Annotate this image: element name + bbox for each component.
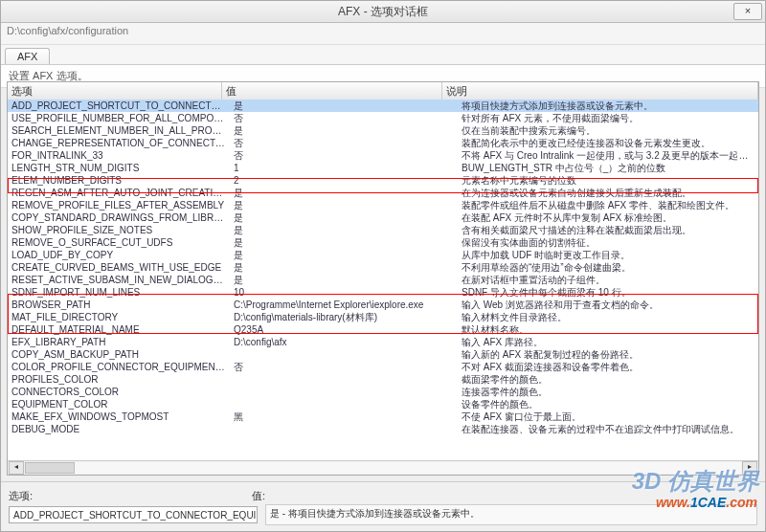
cell-option: SEARCH_ELEMENT_NUMBER_IN_ALL_PROJECT_ASS… <box>8 124 230 137</box>
cell-desc: 输入 Web 浏览器路径和用于查看文档的命令。 <box>458 299 758 311</box>
cell-option: SDNF_IMPORT_NUM_LINES <box>8 286 230 299</box>
cell-value: 是 <box>230 124 458 137</box>
cell-option: EFX_LIBRARY_PATH <box>8 336 230 348</box>
header-desc[interactable]: 说明 <box>442 82 758 100</box>
cell-option: CHANGE_REPRESENTATION_OF_CONNECTOR_EQUIP… <box>8 137 230 149</box>
cell-value <box>230 398 458 410</box>
cell-desc: 输入 AFX 库路径。 <box>458 336 758 348</box>
cell-desc: 从库中加载 UDF 时临时更改工作目录。 <box>458 249 758 261</box>
cell-desc: 含有相关截面梁尺寸描述的注释在装配截面梁后出现。 <box>458 224 758 236</box>
cell-option: BROWSER_PATH <box>8 299 230 311</box>
cell-desc: 截面梁零件的颜色。 <box>458 373 758 386</box>
cell-desc: 将项目快捷方式添加到连接器或设备元素中。 <box>458 100 758 112</box>
cell-desc: 默认材料名称。 <box>458 323 758 336</box>
grid-header: 选项 值 说明 <box>8 82 758 100</box>
cell-desc: 在装配连接器、设备元素的过程中不在追踪文件中打印调试信息。 <box>458 423 758 435</box>
scroll-left-button[interactable]: ◂ <box>9 461 24 475</box>
table-row[interactable]: EQUIPMENT_COLOR 设备零件的颜色。 <box>8 398 758 410</box>
cell-value <box>230 386 458 398</box>
table-row[interactable]: MAT_FILE_DIRECTORY D:\config\materials-l… <box>8 311 758 323</box>
cell-desc: SDNF 导入文件中每个截面梁有 10 行。 <box>458 286 758 299</box>
cell-value: 10 <box>230 286 458 299</box>
cell-value <box>230 373 458 386</box>
cell-option: SHOW_PROFILE_SIZE_NOTES <box>8 224 230 236</box>
cell-option: MAT_FILE_DIRECTORY <box>8 311 230 323</box>
table-row[interactable]: MAKE_EFX_WINDOWS_TOPMOST 黑 不使 AFX 窗口位于最上… <box>8 410 758 423</box>
cell-desc: 在新对话框中重置活动的子组件。 <box>458 274 758 286</box>
cell-value <box>230 348 458 361</box>
grid-body[interactable]: ADD_PROJECT_SHORTCUT_TO_CONNECTOR_EQUIPM… <box>8 100 758 461</box>
tab-strip: AFX <box>1 45 765 65</box>
cell-option: REMOVE_PROFILE_FILES_AFTER_ASSEMBLY <box>8 199 230 211</box>
cell-value: 黑 <box>230 410 458 423</box>
header-value[interactable]: 值 <box>222 82 442 100</box>
cell-value: 否 <box>230 137 458 149</box>
table-row[interactable]: DEBUG_MODE 在装配连接器、设备元素的过程中不在追踪文件中打印调试信息。 <box>8 423 758 435</box>
table-row[interactable]: LENGTH_STR_NUM_DIGITS 1 BUW_LENGTH_STR 中… <box>8 162 758 174</box>
table-row[interactable]: COLOR_PROFILE_CONNECTOR_EQUIPMENT_PARTS … <box>8 361 758 373</box>
cell-option: EQUIPMENT_COLOR <box>8 398 230 410</box>
cell-value: 是 <box>230 236 458 249</box>
cell-option: USE_PROFILE_NUMBER_FOR_ALL_COMPONENT_NAM… <box>8 112 230 124</box>
cell-option: DEBUG_MODE <box>8 423 230 435</box>
cell-value: 是 <box>230 199 458 211</box>
cell-desc: BUW_LENGTH_STR 中占位号（_）之前的位数 <box>458 162 758 174</box>
options-grid: 选项 值 说明 ADD_PROJECT_SHORTCUT_TO_CONNECTO… <box>7 81 759 476</box>
cell-option: MAKE_EFX_WINDOWS_TOPMOST <box>8 410 230 423</box>
table-row[interactable]: SEARCH_ELEMENT_NUMBER_IN_ALL_PROJECT_ASS… <box>8 124 758 137</box>
table-row[interactable]: LOAD_UDF_BY_COPY 是 从库中加载 UDF 时临时更改工作目录。 <box>8 249 758 261</box>
table-row[interactable]: COPY_STANDARD_DRAWINGS_FROM_LIBRARY 是 在装… <box>8 211 758 224</box>
cell-desc: 仅在当前装配中搜索元素编号。 <box>458 124 758 137</box>
table-row[interactable]: FOR_INTRALINK_33 否 不将 AFX 与 Creo Intrali… <box>8 149 758 162</box>
footer-option-input[interactable]: ADD_PROJECT_SHORTCUT_TO_CONNECTOR_EQUIPM… <box>9 506 258 523</box>
scroll-thumb[interactable] <box>25 462 75 474</box>
cell-option: COPY_ASM_BACKUP_PATH <box>8 348 230 361</box>
path-bar: D:\config\afx/configuration <box>1 23 765 45</box>
cell-value: 否 <box>230 149 458 162</box>
table-row[interactable]: USE_PROFILE_NUMBER_FOR_ALL_COMPONENT_NAM… <box>8 112 758 124</box>
cell-value: 是 <box>230 187 458 199</box>
table-row[interactable]: EFX_LIBRARY_PATH D:\config\afx 输入 AFX 库路… <box>8 336 758 348</box>
table-row[interactable]: REMOVE_O_SURFACE_CUT_UDFS 是 保留没有实体曲面的切割特… <box>8 236 758 249</box>
cell-value: 是 <box>230 249 458 261</box>
table-row[interactable]: PROFILES_COLOR 截面梁零件的颜色。 <box>8 373 758 386</box>
cell-desc: 在装配 AFX 元件时不从库中复制 AFX 标准绘图。 <box>458 211 758 224</box>
table-row[interactable]: ELEM_NUMBER_DIGITS 2 元素名称中元素编号的位数 <box>8 174 758 187</box>
cell-desc: 保留没有实体曲面的切割特征。 <box>458 236 758 249</box>
table-row[interactable]: BROWSER_PATH C:\Programme\Internet Explo… <box>8 299 758 311</box>
tab-afx[interactable]: AFX <box>5 48 50 64</box>
cell-option: RESET_ACTIVE_SUBASM_IN_NEW_DIALOG_BOX <box>8 274 230 286</box>
cell-value: 是 <box>230 100 458 112</box>
cell-desc: 装配零件或组件后不从磁盘中删除 AFX 零件、装配和绘图文件。 <box>458 199 758 211</box>
footer-label-value: 值: <box>252 489 298 503</box>
cell-desc: 元素名称中元素编号的位数 <box>458 174 758 187</box>
table-row[interactable]: DEFAULT_MATERIAL_NAME Q235A 默认材料名称。 <box>8 323 758 336</box>
cell-option: CONNECTORS_COLOR <box>8 386 230 398</box>
cell-desc: 输入材料文件目录路径。 <box>458 311 758 323</box>
cell-value: C:\Programme\Internet Explorer\iexplore.… <box>230 299 458 311</box>
cell-desc: 不将 AFX 与 Creo Intralink 一起使用，或与 3.2 及更早的… <box>458 149 758 162</box>
cell-desc: 装配简化表示中的更改已经使连接器和设备元素发生更改。 <box>458 137 758 149</box>
footer-label-option: 选项: <box>9 489 55 503</box>
table-row[interactable]: ADD_PROJECT_SHORTCUT_TO_CONNECTOR_EQUIPM… <box>8 100 758 112</box>
cell-option: LENGTH_STR_NUM_DIGITS <box>8 162 230 174</box>
cell-desc: 连接器零件的颜色。 <box>458 386 758 398</box>
table-row[interactable]: SDNF_IMPORT_NUM_LINES 10 SDNF 导入文件中每个截面梁… <box>8 286 758 299</box>
table-row[interactable]: REGEN_ASM_AFTER_AUTO_JOINT_CREATION 是 在为… <box>8 187 758 199</box>
cell-option: PROFILES_COLOR <box>8 373 230 386</box>
table-row[interactable]: REMOVE_PROFILE_FILES_AFTER_ASSEMBLY 是 装配… <box>8 199 758 211</box>
cell-value: 是 <box>230 224 458 236</box>
table-row[interactable]: CHANGE_REPRESENTATION_OF_CONNECTOR_EQUIP… <box>8 137 758 149</box>
cell-value: 是 <box>230 211 458 224</box>
close-button[interactable]: × <box>733 3 762 20</box>
table-row[interactable]: CONNECTORS_COLOR 连接器零件的颜色。 <box>8 386 758 398</box>
table-row[interactable]: COPY_ASM_BACKUP_PATH 输入新的 AFX 装配复制过程的备份路… <box>8 348 758 361</box>
table-row[interactable]: SHOW_PROFILE_SIZE_NOTES 是 含有相关截面梁尺寸描述的注释… <box>8 224 758 236</box>
table-row[interactable]: RESET_ACTIVE_SUBASM_IN_NEW_DIALOG_BOX 是 … <box>8 274 758 286</box>
window-title: AFX - 选项对话框 <box>1 4 765 20</box>
cell-option: REMOVE_O_SURFACE_CUT_UDFS <box>8 236 230 249</box>
header-option[interactable]: 选项 <box>8 82 222 100</box>
table-row[interactable]: CREATE_CURVED_BEAMS_WITH_USE_EDGE 是 不利用草… <box>8 261 758 274</box>
cell-option: FOR_INTRALINK_33 <box>8 149 230 162</box>
watermark-top: 3D 仿真世界 <box>632 466 759 497</box>
